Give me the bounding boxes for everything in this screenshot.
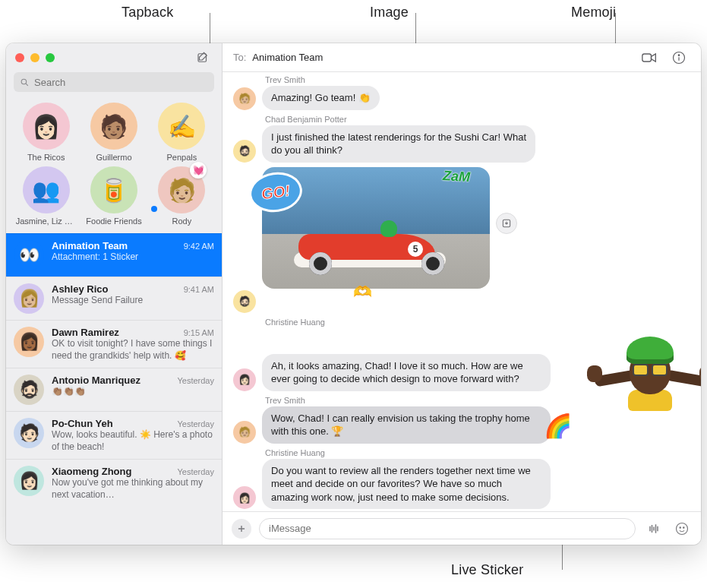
- zap-sticker: ZaM: [442, 168, 470, 185]
- chat-header: To: Animation Team: [223, 43, 701, 72]
- avatar: 👩🏻: [233, 486, 256, 509]
- sender-name: Trev Smith: [265, 396, 690, 405]
- fullscreen-window-button[interactable]: [46, 53, 55, 62]
- avatar: ✍️: [158, 103, 205, 150]
- image-attachment[interactable]: 5 GO! ZaM 🫶: [262, 167, 490, 289]
- pinned-item[interactable]: 👥 Jasmine, Liz &…: [14, 166, 78, 226]
- emoji-picker-button[interactable]: [672, 522, 692, 536]
- svg-point-4: [678, 54, 680, 55]
- pinned-item[interactable]: ✍️ Penpals: [150, 103, 214, 162]
- conversation-name: Ashley Rico: [52, 283, 108, 295]
- go-sticker: GO!: [249, 171, 302, 212]
- conversation-item[interactable]: 👀 Animation Team 9:42 AM Attachment: 1 S…: [6, 233, 222, 277]
- chat-pane: To: Animation Team Trev Smith 🧑🏼 Amazing…: [223, 43, 701, 545]
- svg-point-8: [683, 526, 685, 528]
- callout-memoji: Memoji: [571, 5, 616, 21]
- message-row: 🧔🏻 I just finished the latest renderings…: [233, 125, 690, 163]
- svg-rect-2: [642, 54, 652, 62]
- pinned-label: Jasmine, Liz &…: [16, 217, 77, 226]
- callout-live-sticker: Live Sticker: [451, 562, 523, 578]
- avatar: 🧑🏼 💓: [158, 166, 205, 213]
- details-button[interactable]: [668, 51, 690, 65]
- svg-point-7: [680, 526, 681, 528]
- message-bubble[interactable]: Ah, it looks amazing, Chad! I love it so…: [262, 354, 551, 391]
- search-field[interactable]: [14, 72, 214, 92]
- callout-image: Image: [370, 5, 409, 21]
- avatar: 👩🏻: [233, 368, 256, 391]
- conversation-item[interactable]: 🧑🏻 Po-Chun Yeh Yesterday Wow, looks beau…: [6, 411, 222, 459]
- sender-name: Christine Huang: [265, 318, 690, 327]
- avatar: 🧔🏻: [233, 290, 256, 313]
- conversation-time: 9:15 AM: [184, 328, 214, 337]
- callout-tapback: Tapback: [122, 5, 173, 21]
- tapback-heart-icon: 💓: [190, 162, 207, 179]
- pinned-label: Foodie Friends: [86, 217, 141, 226]
- conversation-name: Po-Chun Yeh: [52, 418, 113, 429]
- conversation-preview: Message Send Failure: [52, 295, 214, 307]
- conversation-preview: Now you've got me thinking about my next…: [52, 477, 214, 501]
- pinned-conversations: 👩🏻 The Ricos 🧑🏽 Guillermo ✍️ Penpals 👥 J…: [6, 100, 222, 233]
- input-bar: [223, 511, 701, 545]
- message-bubble[interactable]: I just finished the latest renderings fo…: [262, 125, 535, 163]
- rainbow-live-sticker: 🌈: [544, 413, 572, 439]
- sender-name: Christine Huang: [265, 448, 690, 457]
- avatar: 👩🏾: [14, 327, 44, 357]
- chat-body[interactable]: Trev Smith 🧑🏼 Amazing! Go team! 👏 Chad B…: [223, 72, 701, 511]
- avatar: 🧑🏽: [90, 103, 137, 150]
- titlebar: [6, 43, 222, 72]
- avatar: 👩🏻: [14, 466, 44, 496]
- message-bubble[interactable]: Amazing! Go team! 👏: [262, 86, 380, 110]
- save-attachment-button[interactable]: [496, 213, 517, 234]
- conversation-item[interactable]: 👩🏻 Xiaomeng Zhong Yesterday Now you've g…: [6, 459, 222, 507]
- avatar: 🧔🏻: [14, 375, 44, 405]
- minimize-window-button[interactable]: [30, 53, 39, 62]
- pinned-item[interactable]: 🧑🏽 Guillermo: [81, 103, 146, 162]
- sender-name: Chad Benjamin Potter: [265, 115, 690, 124]
- avatar: 🥫: [90, 166, 137, 213]
- conversation-name: Antonio Manriquez: [52, 375, 140, 386]
- message-input-container[interactable]: [259, 518, 636, 539]
- conversation-preview: OK to visit tonight? I have some things …: [52, 338, 214, 362]
- smiley-icon: [675, 522, 689, 536]
- close-window-button[interactable]: [15, 53, 24, 62]
- conversation-name: Dawn Ramirez: [52, 327, 119, 338]
- apps-button[interactable]: [232, 519, 251, 539]
- avatar: 👩🏻: [23, 103, 70, 150]
- conversation-list[interactable]: 👀 Animation Team 9:42 AM Attachment: 1 S…: [6, 233, 222, 545]
- compose-button[interactable]: [193, 49, 213, 66]
- search-icon: [20, 77, 30, 87]
- conversation-item[interactable]: 🧔🏻 Antonio Manriquez Yesterday 👏🏽👏🏽👏🏽: [6, 368, 222, 411]
- to-name[interactable]: Animation Team: [252, 52, 323, 63]
- pinned-item[interactable]: 🥫 Foodie Friends: [81, 166, 146, 226]
- facetime-button[interactable]: [637, 52, 661, 63]
- unread-indicator: [151, 206, 157, 212]
- message-bubble[interactable]: Do you want to review all the renders to…: [262, 459, 551, 510]
- audio-message-button[interactable]: [643, 523, 664, 535]
- window-controls: [15, 53, 55, 62]
- conversation-time: Yesterday: [177, 376, 214, 385]
- message-bubble[interactable]: Wow, Chad! I can really envision us taki…: [262, 406, 551, 444]
- pinned-label: Rody: [172, 217, 191, 226]
- avatar: 🧑🏻: [14, 418, 44, 448]
- plus-icon: [236, 523, 247, 534]
- avatar: 🧑🏼: [233, 87, 256, 110]
- download-icon: [501, 218, 512, 229]
- car-illustration: 5: [298, 225, 450, 272]
- conversation-name: Xiaomeng Zhong: [52, 466, 131, 477]
- pinned-item[interactable]: 🧑🏼 💓 Rody: [150, 166, 214, 226]
- message-row: 🧑🏼 Wow, Chad! I can really envision us t…: [233, 406, 690, 444]
- car-number: 5: [408, 242, 423, 257]
- avatar: 👥: [23, 166, 70, 213]
- conversation-item[interactable]: 👩🏾 Dawn Ramirez 9:15 AM OK to visit toni…: [6, 320, 222, 368]
- search-input[interactable]: [34, 77, 208, 88]
- pinned-item[interactable]: 👩🏻 The Ricos: [14, 103, 78, 162]
- video-camera-icon: [642, 52, 657, 63]
- pinned-label: The Ricos: [27, 153, 65, 162]
- conversation-time: 9:41 AM: [184, 285, 214, 294]
- messages-window: 👩🏻 The Ricos 🧑🏽 Guillermo ✍️ Penpals 👥 J…: [6, 43, 701, 545]
- conversation-name: Animation Team: [52, 240, 128, 251]
- conversation-item[interactable]: 👩🏼 Ashley Rico 9:41 AM Message Send Fail…: [6, 277, 222, 320]
- conversation-time: Yesterday: [177, 467, 214, 476]
- pinned-label: Penpals: [166, 153, 197, 162]
- message-input[interactable]: [269, 523, 626, 534]
